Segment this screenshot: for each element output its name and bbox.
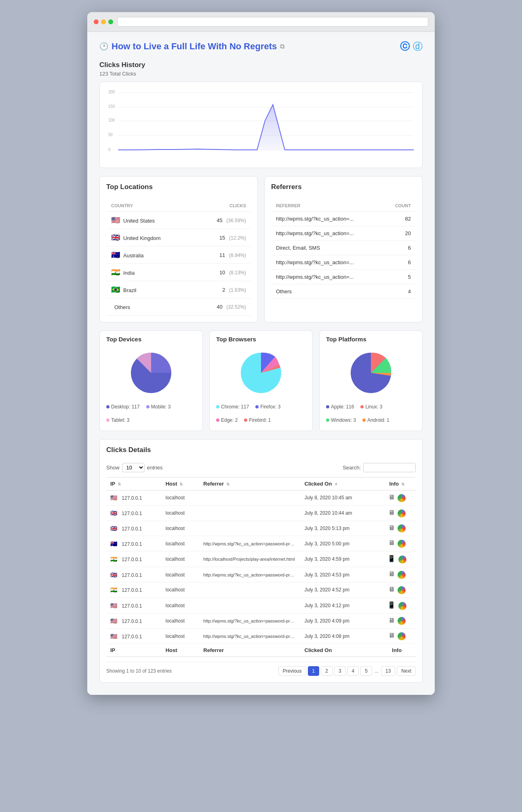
browser-window: 🕐 How to Live a Full Life With No Regret… (87, 12, 435, 695)
page-1-button[interactable]: 1 (308, 666, 320, 676)
devices-browsers-platforms-row: Top Devices Desktop: 117Mobile: 3Tablet:… (99, 330, 423, 431)
clicks-details-section: Clicks Details Show 10 25 50 100 entries… (99, 439, 423, 683)
browsers-pie-container (216, 347, 306, 399)
sort-clicked-on-icon[interactable]: ▼ (334, 482, 338, 486)
location-row: 🇬🇧United Kingdom 15 (12.2%) (106, 229, 251, 246)
location-clicks: 2 (1.63%) (194, 281, 251, 299)
legend-label: Tablet: 3 (111, 417, 129, 423)
legend-dot (255, 405, 259, 408)
sort-info-icon[interactable]: ⇅ (401, 482, 404, 486)
detail-referrer (199, 505, 300, 521)
device-icon: 🖥 (388, 570, 395, 577)
referrer-url: Others (271, 284, 383, 299)
devices-pie-container (106, 347, 196, 399)
location-country: 🇧🇷Brazil (106, 281, 194, 299)
legend-dot (326, 405, 329, 408)
clicks-history-subtitle: 123 Total Clicks (99, 71, 423, 77)
referrer-row: Direct, Email, SMS 6 (271, 241, 416, 255)
top-browsers-title: Top Browsers (216, 336, 306, 343)
legend-label: Linux: 3 (365, 404, 382, 410)
svg-text:100: 100 (108, 118, 115, 122)
previous-button[interactable]: Previous (278, 666, 306, 676)
detail-ip: 🇺🇸 127.0.0.1 (106, 613, 162, 629)
devices-legend: Desktop: 117Mobile: 3Tablet: 3 (106, 404, 196, 424)
maximize-button[interactable] (108, 19, 113, 24)
detail-clicked-on: July 8, 2020 10:44 am (301, 505, 378, 521)
detail-host: localhost (162, 597, 200, 613)
legend-item: Android: 1 (362, 417, 389, 423)
col-count: COUNT (383, 200, 416, 212)
referrers-card: Referrers REFERRER COUNT http://wpms.stg… (264, 176, 423, 322)
svg-text:50: 50 (108, 133, 113, 137)
legend-item: Chrome: 117 (216, 404, 249, 410)
col-referrer-header: Referrer ⇅ (199, 478, 300, 490)
legend-item: Windows: 3 (326, 417, 356, 423)
page-13-button[interactable]: 13 (381, 666, 395, 676)
detail-info: 🖥 (378, 567, 416, 583)
referrer-row: http://wpms.stg/?kc_us_action=... 20 (271, 226, 416, 241)
device-icon: 📱 (387, 602, 396, 608)
referrer-row: http://wpms.stg/?kc_us_action=... 5 (271, 270, 416, 284)
detail-ip: 🇺🇸 127.0.0.1 (106, 490, 162, 506)
url-bar[interactable] (117, 17, 428, 27)
detail-referrer (199, 597, 300, 613)
svg-text:150: 150 (108, 104, 115, 109)
referrer-count: 6 (383, 241, 416, 255)
page-2-button[interactable]: 2 (321, 666, 333, 676)
referrer-url: http://wpms.stg/?kc_us_action=... (271, 270, 383, 284)
page-header: 🕐 How to Live a Full Life With No Regret… (99, 40, 423, 53)
twitter-icon[interactable]: ⓓ (413, 40, 423, 53)
facebook-icon[interactable]: ⓒ (400, 40, 410, 53)
sort-ip-icon[interactable]: ⇅ (118, 482, 121, 486)
detail-host: localhost (162, 567, 200, 583)
browser-icon (398, 571, 406, 579)
referrers-title: Referrers (271, 183, 416, 191)
locations-table: COUNTRY CLICKS 🇺🇸United States 45 (36.59… (106, 200, 251, 316)
next-button[interactable]: Next (397, 666, 416, 676)
detail-info: 📱 (378, 551, 416, 567)
legend-dot (362, 419, 366, 422)
page-5-button[interactable]: 5 (360, 666, 372, 676)
legend-item: Tablet: 3 (106, 417, 129, 423)
legend-dot (216, 419, 219, 422)
detail-referrer: http://localhost/Projects/play-area/inte… (199, 551, 300, 567)
detail-host: localhost (162, 613, 200, 629)
sort-host-icon[interactable]: ⇅ (179, 482, 183, 486)
location-row: Others 40 (32.52%) (106, 299, 251, 316)
location-row: 🇦🇺Australia 11 (8.94%) (106, 246, 251, 264)
platforms-pie-chart (345, 347, 397, 399)
copy-icon[interactable]: ⧉ (280, 43, 284, 50)
footer-host: Host (162, 644, 200, 657)
device-icon: 🖥 (388, 494, 395, 501)
close-button[interactable] (94, 19, 99, 24)
search-input[interactable] (363, 463, 416, 472)
svg-marker-10 (118, 105, 414, 150)
page-title: How to Live a Full Life With No Regrets (112, 41, 277, 52)
clicks-details-title: Clicks Details (106, 446, 416, 454)
detail-referrer: http://wpms.stg/?kc_us_action=password-p… (199, 567, 300, 583)
minimize-button[interactable] (101, 19, 106, 24)
location-clicks: 45 (36.59%) (194, 212, 251, 229)
legend-dot (326, 419, 329, 422)
page-4-button[interactable]: 4 (347, 666, 359, 676)
show-entries-control: Show 10 25 50 100 entries (106, 463, 163, 472)
detail-referrer (199, 521, 300, 536)
referrer-row: Others 4 (271, 284, 416, 299)
legend-dot (106, 419, 109, 422)
platforms-legend: Apple: 116Linux: 3Windows: 3Android: 1 (326, 404, 416, 424)
legend-dot (146, 405, 149, 408)
col-host-header: Host ⇅ (162, 478, 200, 490)
legend-label: Chrome: 117 (221, 404, 249, 410)
sort-referrer-icon[interactable]: ⇅ (226, 482, 229, 486)
legend-item: Firefox: 3 (255, 404, 280, 410)
referrer-count: 82 (383, 212, 416, 226)
device-icon: 🖥 (388, 617, 395, 624)
entries-select[interactable]: 10 25 50 100 (122, 463, 145, 472)
top-browsers-card: Top Browsers Chrome: 117Firefox: 3Edge: … (209, 330, 313, 431)
legend-label: Edge: 2 (221, 417, 238, 423)
page-3-button[interactable]: 3 (334, 666, 346, 676)
location-row: 🇧🇷Brazil 2 (1.63%) (106, 281, 251, 299)
location-clicks: 11 (8.94%) (194, 246, 251, 264)
detail-clicked-on: July 3, 2020 4:08 pm (301, 629, 378, 644)
footer-ip: IP (106, 644, 162, 657)
